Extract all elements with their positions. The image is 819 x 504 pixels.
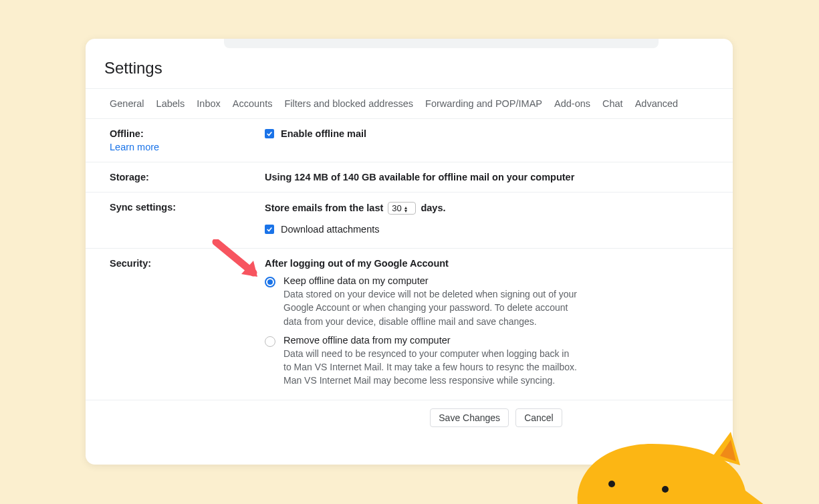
- sync-prefix: Store emails from the last: [265, 203, 383, 213]
- tab-filters[interactable]: Filters and blocked addresses: [284, 98, 413, 109]
- download-attachments-checkbox[interactable]: [265, 225, 274, 234]
- settings-tabs: General Labels Inbox Accounts Filters an…: [86, 88, 733, 119]
- storage-value: Using 124 MB of 140 GB available for off…: [265, 172, 574, 182]
- radio-keep-title: Keep offline data on my computer: [283, 275, 578, 286]
- save-button[interactable]: Save Changes: [430, 408, 509, 427]
- radio-remove[interactable]: [265, 336, 275, 347]
- stepper-icon: ▴▾: [404, 206, 407, 213]
- tab-addons[interactable]: Add-ons: [554, 98, 590, 109]
- tab-chat[interactable]: Chat: [602, 98, 623, 109]
- sync-days-select[interactable]: 30▴▾: [388, 202, 416, 215]
- radio-keep-block: Keep offline data on my computer Data st…: [265, 275, 717, 328]
- search-input[interactable]: [224, 39, 659, 48]
- learn-more-link[interactable]: Learn more: [110, 142, 265, 152]
- cancel-button[interactable]: Cancel: [515, 408, 562, 427]
- check-icon: [266, 130, 273, 137]
- offline-label: Offline:: [110, 128, 144, 139]
- topbar: [86, 39, 733, 52]
- actions-bar: Save Changes Cancel: [86, 400, 733, 438]
- row-security: Security: After logging out of my Google…: [86, 249, 733, 397]
- security-heading: After logging out of my Google Account: [265, 258, 717, 269]
- tab-general[interactable]: General: [110, 98, 144, 109]
- tab-advanced[interactable]: Advanced: [635, 98, 679, 109]
- radio-remove-title: Remove offline data from my computer: [283, 335, 578, 346]
- radio-remove-desc: Data will need to be resynced to your co…: [283, 347, 578, 388]
- radio-remove-block: Remove offline data from my computer Dat…: [265, 335, 717, 388]
- settings-window: Settings General Labels Inbox Accounts F…: [86, 39, 733, 465]
- download-attachments-label: Download attachments: [281, 224, 380, 235]
- tab-forwarding[interactable]: Forwarding and POP/IMAP: [425, 98, 542, 109]
- radio-keep-desc: Data stored on your device will not be d…: [283, 287, 578, 328]
- tab-accounts[interactable]: Accounts: [233, 98, 273, 109]
- enable-offline-label: Enable offline mail: [281, 128, 366, 139]
- radio-keep[interactable]: [265, 277, 275, 287]
- check-icon: [266, 226, 273, 233]
- row-sync: Sync settings: Store emails from the las…: [86, 193, 733, 249]
- tab-labels[interactable]: Labels: [156, 98, 185, 109]
- enable-offline-checkbox[interactable]: [265, 129, 274, 138]
- sync-suffix: days.: [421, 203, 445, 213]
- row-storage: Storage: Using 124 MB of 140 GB availabl…: [86, 162, 733, 193]
- row-offline: Offline: Learn more Enable offline mail: [86, 119, 733, 162]
- sync-label: Sync settings:: [110, 202, 176, 213]
- settings-content: Offline: Learn more Enable offline mail …: [86, 119, 733, 438]
- svg-point-0: [608, 481, 615, 487]
- tab-inbox[interactable]: Inbox: [197, 98, 220, 109]
- security-label: Security:: [110, 258, 151, 269]
- storage-label: Storage:: [110, 172, 149, 182]
- sync-days-value: 30: [392, 203, 401, 213]
- page-title: Settings: [86, 52, 733, 88]
- svg-point-1: [662, 486, 669, 493]
